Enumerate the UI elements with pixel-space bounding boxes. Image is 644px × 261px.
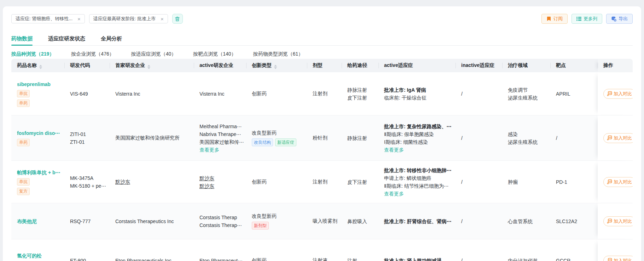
subscribe-button[interactable]: 订阅	[541, 14, 568, 24]
add-to-compare-button[interactable]: VS 加入对比	[603, 177, 633, 187]
vs-compare-icon: VS	[607, 179, 612, 185]
inactive-indication: /	[456, 161, 502, 203]
active-indication: Ⅱ期临床: 结节性淋巴细胞为⋯	[384, 182, 453, 190]
rd-code: VIS-649	[70, 90, 107, 98]
column-header-4[interactable]: 创新类型	[246, 59, 307, 72]
column-label: 首家研发企业	[115, 62, 145, 68]
close-icon[interactable]: ×	[77, 16, 81, 22]
column-label: active研发企业	[199, 62, 233, 68]
admin-route: 静脉注射	[347, 86, 376, 94]
export-button[interactable]: 导出	[606, 14, 633, 24]
column-label: 药品名称	[17, 62, 37, 68]
compare-label: 加入对比	[614, 257, 632, 261]
add-to-compare-button[interactable]: VS 加入对比	[603, 89, 633, 99]
column-header-10: 靶点	[550, 59, 598, 72]
rd-code: ZTI-01	[70, 138, 107, 146]
tab-drug-data[interactable]: 药物数据	[11, 35, 33, 45]
rd-code: ZITI-01	[70, 130, 107, 138]
column-header-3: active研发企业	[194, 59, 246, 72]
tab-bar: 药物数据 适应症研发状态 全局分析	[11, 35, 633, 46]
view-more-link[interactable]: 查看更多	[384, 146, 404, 154]
therapy-area: 泌尿生殖系统	[508, 138, 547, 146]
browse-subnav: 按品种浏览（219） 按企业浏览（476） 按适应症浏览（40） 按靶点浏览（1…	[11, 51, 633, 57]
active-company-link[interactable]: 默沙东	[199, 175, 214, 181]
view-more-link[interactable]: 查看更多	[199, 146, 219, 154]
filter-tag-stage[interactable]: 适应症最高研发阶段: 批准上市 ×	[89, 14, 168, 23]
add-to-compare-button[interactable]: VS 加入对比	[603, 256, 633, 261]
rd-code: MK-5180 + pe⋯	[70, 182, 107, 190]
clear-filters-button[interactable]	[172, 14, 183, 24]
therapy-area: 肿瘤	[508, 178, 547, 186]
active-indication: 申请上市: 鳞状细胞癌	[384, 174, 453, 182]
table-row: 帕博利珠单抗 + b⋯单抗复方MK-3475AMK-5180 + pe⋯默沙东默…	[11, 161, 633, 203]
svg-text:VS: VS	[609, 136, 611, 138]
column-label: 创新类型	[252, 62, 272, 68]
first-company: 美国国家过敏和传染病研究所	[115, 135, 180, 141]
compare-label: 加入对比	[614, 179, 632, 185]
innovation-badge: 新适应症	[275, 138, 296, 146]
column-header-2[interactable]: 首家研发企业	[110, 59, 194, 72]
subnav-by-target[interactable]: 按靶点浏览（140）	[193, 51, 236, 57]
trash-icon	[175, 16, 180, 22]
bookmark-icon	[546, 16, 551, 21]
sort-icon[interactable]	[39, 65, 42, 69]
subnav-by-company[interactable]: 按企业浏览（476）	[71, 51, 114, 57]
first-company-link[interactable]: 默沙东	[115, 179, 130, 185]
innovation-type: 创新药	[252, 91, 304, 97]
rd-code: ET-800	[70, 257, 107, 261]
compare-label: 加入对比	[614, 91, 632, 97]
close-icon[interactable]: ×	[161, 16, 164, 22]
therapy-area: 泌尿生殖系统	[508, 94, 547, 102]
tab-indication-status[interactable]: 适应症研发状态	[48, 35, 85, 45]
more-columns-label: 更多列	[584, 16, 597, 22]
column-header-9: 治疗领域	[502, 59, 550, 72]
innovation-type: 创新药	[252, 179, 304, 185]
drug-name-link[interactable]: 布美他尼	[17, 218, 62, 225]
innovation-type: 改良型新药	[252, 213, 304, 220]
drug-type-badge: 单抗	[17, 178, 30, 186]
drug-name-link[interactable]: 帕博利珠单抗 + b⋯	[17, 169, 62, 176]
drug-name-link[interactable]: fosfomycin diso⋯	[17, 130, 62, 137]
sort-icon[interactable]	[274, 65, 277, 69]
add-to-compare-button[interactable]: VS 加入对比	[603, 216, 633, 226]
active-company-link[interactable]: 默沙东	[199, 183, 214, 189]
filter-tag-indication[interactable]: 适应症: 肾细胞癌、转移性... ×	[11, 14, 85, 23]
target: GCCR	[550, 239, 598, 261]
svg-text:VS: VS	[609, 180, 611, 182]
table-row: 氢化可的松单药ET-800Eton Pharmaceuticals IncEto…	[11, 239, 633, 261]
dosage-form: 吸入喷雾剂	[307, 203, 342, 239]
innovation-badge: 新剂型	[252, 222, 269, 229]
dosage-form: 粉针剂	[307, 115, 342, 161]
column-label: inactive适应症	[461, 62, 494, 68]
column-label: 治疗领域	[508, 62, 528, 68]
therapy-area: 内分泌与代谢	[508, 257, 547, 261]
main-panel: 适应症: 肾细胞癌、转移性... × 适应症最高研发阶段: 批准上市 × 订阅	[3, 6, 641, 261]
inactive-indication: /	[456, 72, 502, 115]
dosage-form: 注射剂	[307, 161, 342, 203]
more-columns-button[interactable]: 更多列	[572, 14, 602, 24]
active-indication: 批准上市: 复杂性尿路感染、⋯	[384, 123, 453, 130]
filter-bar: 适应症: 肾细胞癌、转移性... × 适应症最高研发阶段: 批准上市 ×	[11, 14, 633, 24]
filter-tag-label: 适应症最高研发阶段: 批准上市	[93, 16, 156, 22]
drug-name-link[interactable]: 氢化可的松	[17, 252, 62, 259]
subnav-by-indication[interactable]: 按适应症浏览（40）	[131, 51, 176, 57]
admin-route: 静脉注射	[347, 134, 376, 142]
active-indication: Ⅱ期临床: 假单胞菌感染	[384, 130, 453, 138]
admin-route: 皮下注射	[347, 178, 376, 186]
add-to-compare-button[interactable]: VS 加入对比	[603, 133, 633, 143]
target: PD-1	[550, 161, 598, 203]
filter-tag-label: 适应症: 肾细胞癌、转移性...	[16, 16, 72, 22]
column-label: 剂型	[313, 62, 323, 68]
view-more-link[interactable]: 查看更多	[384, 190, 404, 198]
tab-global-analysis[interactable]: 全局分析	[101, 35, 122, 45]
subnav-by-drug-type[interactable]: 按药物类型浏览（61）	[253, 51, 303, 57]
subscribe-label: 订阅	[553, 16, 563, 22]
subnav-by-variety[interactable]: 按品种浏览（219）	[11, 51, 54, 57]
active-company: 美国国家过敏和传⋯	[199, 139, 244, 145]
sort-icon[interactable]	[147, 65, 150, 69]
column-header-0[interactable]: 药品名称	[11, 59, 64, 72]
column-label: 研发代码	[70, 62, 90, 68]
rd-code: MK-3475A	[70, 174, 107, 182]
active-indication: 批准上市: IgA 肾病	[384, 86, 453, 94]
drug-name-link[interactable]: sibeprenlimab	[17, 81, 62, 88]
